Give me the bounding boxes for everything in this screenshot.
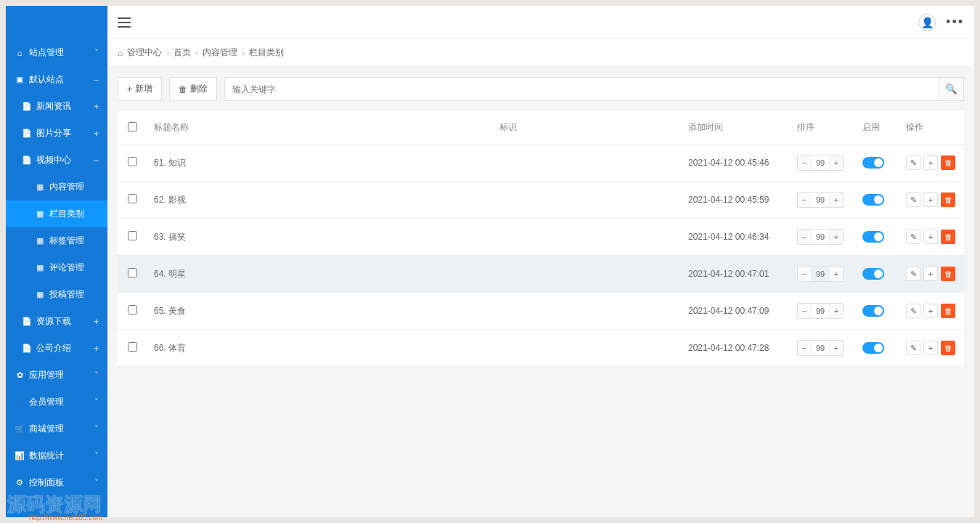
- row-delete-button[interactable]: 🗑: [941, 192, 955, 207]
- stepper-minus[interactable]: −: [798, 341, 811, 355]
- row-checkbox[interactable]: [128, 194, 137, 203]
- toolbar: +新增 🗑删除 🔍: [118, 77, 964, 101]
- sort-stepper[interactable]: − 99 +: [797, 266, 844, 282]
- sidebar-item[interactable]: ▦ 投稿管理: [6, 281, 107, 308]
- breadcrumb-root: 管理中心: [127, 46, 162, 59]
- row-delete-button[interactable]: 🗑: [941, 230, 955, 244]
- sort-stepper[interactable]: − 99 +: [797, 229, 844, 245]
- row-delete-button[interactable]: 🗑: [941, 267, 955, 281]
- sidebar-item[interactable]: ▦ 内容管理: [6, 174, 107, 200]
- sidebar-item[interactable]: ▦ 评论管理: [6, 254, 107, 281]
- stepper-plus[interactable]: +: [830, 155, 843, 170]
- table-row: 64. 明星 2021-04-12 00:47:01 − 99 + ✎ + 🗑: [118, 256, 964, 293]
- sort-stepper[interactable]: − 99 +: [797, 340, 844, 356]
- search-icon: 🔍: [945, 84, 957, 94]
- folder-icon: 👤: [15, 397, 25, 407]
- sidebar-item-label: 图片分享: [36, 127, 71, 139]
- add-child-button[interactable]: +: [923, 267, 938, 281]
- add-button[interactable]: +新增: [118, 77, 162, 101]
- edit-button[interactable]: ✎: [906, 267, 920, 281]
- stepper-minus[interactable]: −: [798, 192, 811, 207]
- chevron-icon: ˅: [94, 451, 99, 461]
- sidebar-item[interactable]: 🛒 商城管理 ˅: [6, 415, 107, 442]
- table-row: 65. 美食 2021-04-12 00:47:09 − 99 + ✎ + 🗑: [118, 293, 964, 330]
- stepper-minus[interactable]: −: [798, 155, 811, 170]
- more-icon[interactable]: •••: [946, 15, 964, 30]
- sidebar-item[interactable]: 📄 视频中心 –: [6, 147, 107, 174]
- row-checkbox[interactable]: [128, 305, 137, 315]
- edit-button[interactable]: ✎: [906, 341, 920, 355]
- row-delete-button[interactable]: 🗑: [941, 155, 955, 170]
- add-child-button[interactable]: +: [923, 192, 938, 207]
- add-child-button[interactable]: +: [923, 155, 938, 170]
- sidebar-item[interactable]: 📄 资源下载 +: [6, 308, 107, 335]
- enable-switch[interactable]: [862, 194, 884, 206]
- sidebar-item[interactable]: 📄 公司介绍 +: [6, 335, 107, 362]
- enable-switch[interactable]: [862, 305, 884, 317]
- cell-time: 2021-04-12 00:45:46: [681, 147, 790, 178]
- enable-switch[interactable]: [862, 231, 884, 243]
- cell-title: 65. 美食: [147, 295, 492, 328]
- sidebar-item[interactable]: ▦ 栏目类别: [6, 200, 107, 227]
- sidebar-item[interactable]: 📊 数据统计 ˅: [6, 442, 107, 469]
- search-button[interactable]: 🔍: [939, 77, 964, 101]
- cell-time: 2021-04-12 00:47:28: [681, 333, 790, 363]
- enable-switch[interactable]: [862, 157, 884, 169]
- add-child-button[interactable]: +: [923, 341, 938, 355]
- sort-stepper[interactable]: − 99 +: [797, 155, 844, 171]
- stepper-plus[interactable]: +: [830, 267, 843, 281]
- main-area: 👤 ••• ⌂ 管理中心 › 首页 › 内容管理 › 栏目类别 +新增 🗑删除 …: [107, 6, 974, 517]
- sidebar-item[interactable]: 👤 会员管理 ˅: [6, 389, 107, 415]
- hamburger-icon[interactable]: [118, 17, 131, 28]
- sort-stepper[interactable]: − 99 +: [797, 192, 844, 208]
- folder-icon: 📄: [22, 129, 32, 138]
- enable-switch[interactable]: [862, 342, 884, 354]
- stepper-minus[interactable]: −: [798, 230, 811, 244]
- sidebar-item-label: 站点管理: [29, 46, 64, 59]
- edit-button[interactable]: ✎: [906, 192, 920, 207]
- avatar[interactable]: 👤: [918, 14, 936, 31]
- edit-button[interactable]: ✎: [906, 230, 920, 244]
- row-checkbox[interactable]: [128, 157, 137, 166]
- sidebar-item[interactable]: ▣ 默认站点 –: [6, 66, 107, 93]
- row-checkbox[interactable]: [128, 342, 137, 352]
- sidebar-item[interactable]: 📄 图片分享 +: [6, 120, 107, 147]
- sidebar-item[interactable]: ⌂ 站点管理 ˅: [6, 39, 107, 66]
- row-checkbox[interactable]: [128, 231, 137, 240]
- stepper-minus[interactable]: −: [798, 304, 811, 318]
- chevron-icon: ˅: [94, 424, 99, 434]
- folder-icon: ▦: [35, 209, 45, 219]
- breadcrumb-item[interactable]: 首页: [173, 46, 191, 59]
- row-delete-button[interactable]: 🗑: [941, 304, 955, 318]
- edit-button[interactable]: ✎: [906, 304, 920, 318]
- table-row: 61. 知识 2021-04-12 00:45:46 − 99 + ✎ + 🗑: [118, 145, 964, 182]
- stepper-value: 99: [811, 230, 830, 244]
- chevron-icon: ˅: [94, 478, 99, 488]
- sidebar-item[interactable]: ▦ 标签管理: [6, 227, 107, 254]
- delete-button[interactable]: 🗑删除: [169, 77, 217, 101]
- topbar: 👤 •••: [107, 6, 974, 39]
- sidebar-item[interactable]: ✿ 应用管理 ˅: [6, 362, 107, 389]
- sidebar-item-label: 商城管理: [29, 423, 64, 435]
- breadcrumb-item[interactable]: 内容管理: [203, 46, 237, 59]
- sidebar-item-label: 新闻资讯: [36, 100, 71, 113]
- sort-stepper[interactable]: − 99 +: [797, 303, 844, 319]
- sidebar-item[interactable]: 📄 新闻资讯 +: [6, 93, 107, 120]
- row-delete-button[interactable]: 🗑: [941, 341, 955, 355]
- cell-title: 64. 明星: [147, 258, 492, 291]
- stepper-value: 99: [811, 341, 830, 355]
- row-checkbox[interactable]: [128, 268, 137, 277]
- stepper-plus[interactable]: +: [830, 230, 843, 244]
- select-all-checkbox[interactable]: [128, 122, 137, 131]
- search-input[interactable]: [224, 77, 939, 101]
- edit-button[interactable]: ✎: [906, 155, 920, 170]
- stepper-plus[interactable]: +: [830, 192, 843, 207]
- col-ops: 操作: [899, 111, 964, 144]
- add-child-button[interactable]: +: [923, 230, 938, 244]
- add-child-button[interactable]: +: [923, 304, 938, 318]
- enable-switch[interactable]: [862, 268, 884, 280]
- stepper-plus[interactable]: +: [830, 341, 843, 355]
- cell-ident: [492, 264, 681, 284]
- stepper-minus[interactable]: −: [798, 267, 811, 281]
- stepper-plus[interactable]: +: [830, 304, 843, 318]
